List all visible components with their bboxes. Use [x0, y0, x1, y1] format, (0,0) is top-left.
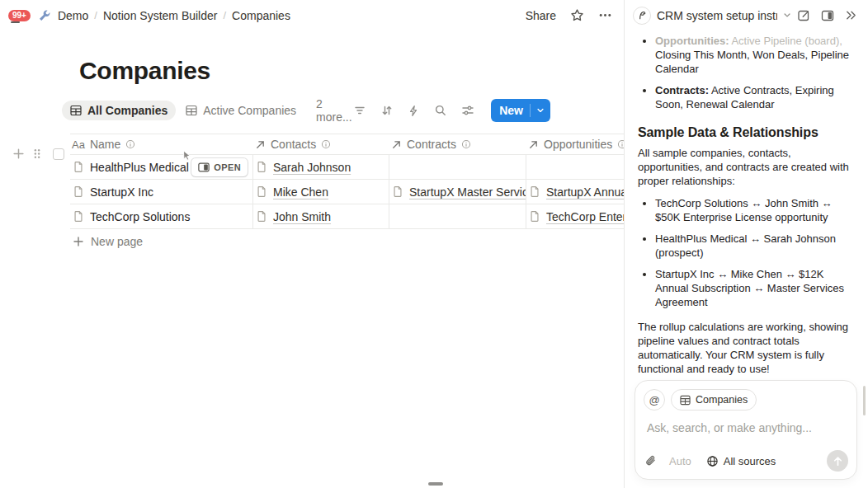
- cell-contracts[interactable]: StartupX Master Services: [389, 180, 526, 204]
- composer-toolbar: Auto All sources: [644, 450, 848, 472]
- more-options-icon[interactable]: [598, 8, 612, 22]
- table-view-icon: [680, 395, 691, 406]
- view-settings-sliders-icon[interactable]: [461, 104, 474, 117]
- ai-chat-composer[interactable]: @ Companies Ask, search, or make anythin…: [634, 380, 857, 480]
- thread-title[interactable]: CRM system setup instr...: [657, 9, 777, 22]
- title-property-icon: Aa: [72, 138, 85, 151]
- view-controls: New: [353, 99, 550, 122]
- collapse-panel-chevrons-icon[interactable]: [845, 9, 857, 21]
- cell-opportunities[interactable]: StartupX Annual: [526, 180, 625, 204]
- side-peek-icon: [198, 162, 210, 172]
- add-row-icon[interactable]: [12, 148, 25, 160]
- row-gutter-controls: [12, 148, 64, 160]
- setup-views-list: Opportunities: Active Pipeline (board), …: [638, 34, 854, 111]
- cell-opportunities[interactable]: [526, 155, 625, 179]
- info-icon: [321, 139, 331, 149]
- table-row: StartupX Inc Mike Chen StartupX Master S…: [70, 180, 625, 204]
- new-thread-compose-icon[interactable]: [797, 9, 810, 22]
- ai-panel-header: CRM system setup instr...: [625, 0, 867, 30]
- mouse-cursor: [182, 150, 193, 162]
- automation-zap-icon[interactable]: [408, 105, 420, 117]
- column-header-contacts[interactable]: Contacts: [253, 134, 389, 154]
- wrench-page-icon: [38, 9, 51, 22]
- page-icon: [529, 210, 540, 223]
- app-window: 99+ Demo / Notion System Builder / Compa…: [0, 0, 868, 488]
- notification-badge[interactable]: 99+: [8, 10, 31, 21]
- sort-icon[interactable]: [380, 104, 394, 117]
- table-row: HealthPlus Medical OPEN Sarah Johnson: [70, 155, 625, 180]
- cell-opportunities[interactable]: TechCorp Enterp: [526, 204, 625, 228]
- row-checkbox[interactable]: [53, 148, 64, 160]
- sidebar-toggle-remnant: [11, 21, 20, 23]
- list-item: Opportunities: Active Pipeline (board), …: [655, 34, 854, 76]
- drag-handle-icon[interactable]: [32, 148, 42, 160]
- open-row-button[interactable]: OPEN: [191, 158, 248, 176]
- filter-icon[interactable]: [353, 104, 366, 117]
- list-item: TechCorp Solutions ↔ John Smith ↔ $50K E…: [655, 196, 854, 224]
- tab-all-companies[interactable]: All Companies: [62, 101, 176, 120]
- relationships-list: TechCorp Solutions ↔ John Smith ↔ $50K E…: [638, 196, 854, 309]
- panel-scrollbar[interactable]: [863, 386, 866, 415]
- cell-name[interactable]: TechCorp Solutions: [70, 204, 253, 228]
- favorite-star-icon[interactable]: [570, 8, 584, 22]
- column-header-opportunities[interactable]: Opportunities: [526, 134, 625, 154]
- context-chip-companies[interactable]: Companies: [671, 389, 757, 411]
- cell-contracts[interactable]: [389, 155, 526, 179]
- send-button[interactable]: [827, 450, 848, 472]
- relation-arrow-icon: [528, 139, 539, 150]
- attach-paperclip-icon[interactable]: [644, 454, 657, 467]
- table-view-icon: [70, 105, 82, 116]
- section-heading: Sample Data & Relationships: [638, 125, 854, 139]
- ai-face-icon: [633, 7, 651, 25]
- ai-panel: CRM system setup instr... Opportunities:…: [625, 0, 867, 488]
- page-icon: [256, 210, 267, 223]
- cell-contacts[interactable]: Mike Chen: [253, 180, 389, 204]
- list-item: StartupX Inc ↔ Mike Chen ↔ $12K Annual S…: [655, 267, 854, 309]
- cell-name[interactable]: StartupX Inc: [70, 180, 253, 204]
- page-icon: [73, 210, 84, 223]
- chat-input[interactable]: Ask, search, or make anything...: [647, 421, 848, 434]
- table-view-icon: [186, 105, 197, 116]
- main-content: 99+ Demo / Notion System Builder / Compa…: [0, 0, 625, 488]
- mention-button[interactable]: @: [644, 389, 665, 411]
- cell-name[interactable]: HealthPlus Medical OPEN: [70, 155, 253, 179]
- share-button[interactable]: Share: [526, 9, 556, 22]
- column-header-name[interactable]: Aa Name: [70, 134, 253, 154]
- globe-icon: [706, 455, 719, 467]
- new-page-button[interactable]: New page: [70, 229, 624, 254]
- window-resize-handle[interactable]: [428, 482, 443, 486]
- cell-contacts[interactable]: John Smith: [253, 204, 389, 228]
- auto-mode-button[interactable]: Auto: [669, 455, 691, 467]
- breadcrumb-builder[interactable]: Notion System Builder: [103, 9, 218, 22]
- table-row: TechCorp Solutions John Smith TechCorp E…: [70, 204, 625, 229]
- page-title: Companies: [79, 57, 624, 85]
- all-sources-button[interactable]: All sources: [706, 455, 776, 467]
- info-icon: [461, 139, 471, 149]
- relation-arrow-icon: [255, 139, 266, 150]
- cell-contracts[interactable]: [389, 204, 526, 228]
- tab-active-companies[interactable]: Active Companies: [177, 101, 304, 120]
- cell-contacts[interactable]: Sarah Johnson: [253, 155, 389, 179]
- breadcrumb-demo[interactable]: Demo: [58, 9, 88, 22]
- new-button-caret[interactable]: [530, 104, 550, 117]
- info-icon: [125, 139, 135, 149]
- new-button[interactable]: New: [491, 99, 550, 122]
- list-item: Contracts: Active Contracts, Expiring So…: [655, 83, 854, 111]
- intro-paragraph: All sample companies, contacts, opportun…: [638, 146, 854, 188]
- relation-arrow-icon: [391, 139, 402, 150]
- search-icon[interactable]: [434, 104, 447, 117]
- column-header-contracts[interactable]: Contracts: [389, 134, 526, 154]
- ai-panel-actions: [797, 9, 857, 22]
- main-topbar: 99+ Demo / Notion System Builder / Compa…: [0, 0, 624, 30]
- more-views-button[interactable]: 2 more...: [316, 97, 353, 124]
- topbar-actions: Share: [526, 8, 612, 22]
- breadcrumb-companies[interactable]: Companies: [232, 9, 290, 22]
- page-icon: [256, 161, 267, 173]
- breadcrumb: Demo / Notion System Builder / Companies: [58, 9, 290, 22]
- table-header-row: Aa Name Contacts Contracts Opportunities: [70, 134, 625, 155]
- info-icon: [617, 139, 625, 149]
- side-panel-toggle-icon[interactable]: [821, 9, 834, 22]
- companies-table: Aa Name Contacts Contracts Opportunities: [70, 134, 625, 229]
- chevron-down-icon[interactable]: [783, 11, 791, 20]
- outro-paragraph: The rollup calculations are working, sho…: [638, 320, 854, 375]
